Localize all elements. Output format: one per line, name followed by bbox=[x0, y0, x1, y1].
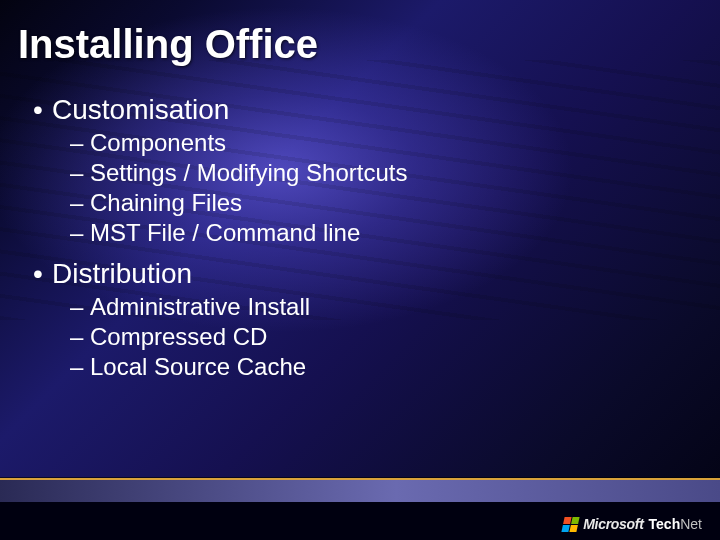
brand-product-a: Tech bbox=[649, 516, 681, 532]
brand-company: Microsoft bbox=[583, 516, 643, 532]
dash-icon: – bbox=[70, 352, 90, 382]
dash-icon: – bbox=[70, 158, 90, 188]
bullet-dot-icon: • bbox=[24, 258, 52, 290]
footer-bar bbox=[0, 478, 720, 502]
bullet-level1: •Distribution bbox=[24, 258, 696, 290]
bullet-level2: –Chaining Files bbox=[70, 188, 696, 218]
slide: Installing Office •Customisation –Compon… bbox=[0, 0, 720, 540]
brand-block: Microsoft TechNet bbox=[563, 516, 702, 532]
dash-icon: – bbox=[70, 188, 90, 218]
slide-body: •Customisation –Components –Settings / M… bbox=[24, 88, 696, 382]
sub-item: Administrative Install bbox=[90, 293, 310, 320]
bullet-level2: –MST File / Command line bbox=[70, 218, 696, 248]
sub-item: Compressed CD bbox=[90, 323, 267, 350]
brand-product-b: Net bbox=[680, 516, 702, 532]
sub-item: Components bbox=[90, 129, 226, 156]
bullet-level1: •Customisation bbox=[24, 94, 696, 126]
sub-item: Local Source Cache bbox=[90, 353, 306, 380]
section-label: Customisation bbox=[52, 94, 229, 125]
section-customisation: •Customisation –Components –Settings / M… bbox=[24, 94, 696, 248]
bullet-level2: –Settings / Modifying Shortcuts bbox=[70, 158, 696, 188]
bullet-level2: –Compressed CD bbox=[70, 322, 696, 352]
slide-title: Installing Office bbox=[18, 22, 318, 67]
bullet-dot-icon: • bbox=[24, 94, 52, 126]
section-distribution: •Distribution –Administrative Install –C… bbox=[24, 258, 696, 382]
brand-product: TechNet bbox=[649, 516, 702, 532]
sub-item: MST File / Command line bbox=[90, 219, 360, 246]
bullet-level2: –Administrative Install bbox=[70, 292, 696, 322]
dash-icon: – bbox=[70, 322, 90, 352]
section-label: Distribution bbox=[52, 258, 192, 289]
dash-icon: – bbox=[70, 128, 90, 158]
microsoft-logo-icon bbox=[562, 517, 580, 532]
sub-item: Chaining Files bbox=[90, 189, 242, 216]
dash-icon: – bbox=[70, 292, 90, 322]
bullet-level2: –Components bbox=[70, 128, 696, 158]
bullet-level2: –Local Source Cache bbox=[70, 352, 696, 382]
sub-item: Settings / Modifying Shortcuts bbox=[90, 159, 407, 186]
dash-icon: – bbox=[70, 218, 90, 248]
